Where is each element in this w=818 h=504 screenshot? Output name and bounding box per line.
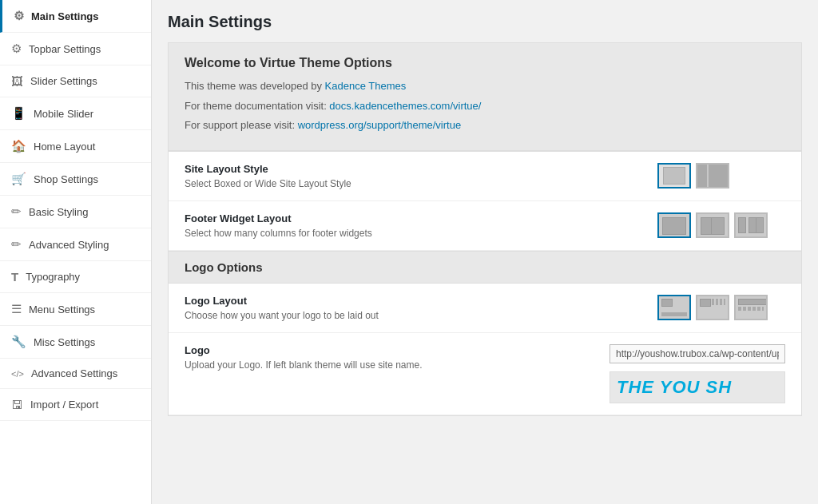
footer-widget-desc: Select how many columns for footer widge…	[185, 228, 641, 239]
typography-icon: T	[11, 270, 18, 284]
logo-upload-title: Logo	[185, 344, 594, 356]
sidebar-item-label: Main Settings	[31, 10, 99, 22]
sidebar-item-topbar-settings[interactable]: ⚙ Topbar Settings	[0, 33, 151, 65]
sidebar-item-label: Slider Settings	[30, 75, 97, 87]
sidebar: ⚙ Main Settings ⚙ Topbar Settings 🖼 Slid…	[0, 0, 152, 504]
support-link[interactable]: wordpress.org/support/theme/virtue	[298, 119, 461, 131]
sidebar-item-label: Basic Styling	[29, 206, 88, 218]
sidebar-item-shop-settings[interactable]: 🛒 Shop Settings	[0, 163, 151, 196]
site-layout-row: Site Layout Style Select Boxed or Wide S…	[169, 152, 801, 201]
code-icon: </>	[11, 369, 24, 379]
logo-layout-option-3[interactable]	[734, 295, 768, 320]
logo-url-input[interactable]	[610, 344, 785, 363]
welcome-line2: For theme documentation visit: docs.kade…	[185, 98, 785, 114]
footer-widget-label: Footer Widget Layout Select how many col…	[185, 212, 641, 239]
sidebar-item-label: Home Layout	[34, 141, 95, 153]
sidebar-item-advanced-styling[interactable]: ✏ Advanced Styling	[0, 228, 151, 261]
sidebar-item-label: Import / Export	[30, 399, 98, 411]
logo-layout-title: Logo Layout	[185, 295, 641, 307]
sidebar-item-slider-settings[interactable]: 🖼 Slider Settings	[0, 65, 151, 97]
site-layout-control	[657, 163, 785, 189]
welcome-heading: Welcome to Virtue Theme Options	[185, 56, 785, 70]
sidebar-item-advanced-settings[interactable]: </> Advanced Settings	[0, 359, 151, 389]
sidebar-item-import-export[interactable]: 🖫 Import / Export	[0, 389, 151, 421]
sidebar-item-label: Typography	[26, 271, 80, 283]
mobile-icon: 📱	[11, 106, 26, 121]
site-layout-label: Site Layout Style Select Boxed or Wide S…	[185, 163, 641, 189]
sidebar-item-label: Misc Settings	[34, 336, 95, 348]
welcome-line1: This theme was developed by Kadence Them…	[185, 78, 785, 94]
logo-preview: THE YOU SH	[610, 371, 785, 403]
sidebar-item-label: Menu Settings	[29, 304, 95, 315]
gear-icon: ⚙	[14, 9, 24, 23]
sidebar-item-typography[interactable]: T Typography	[0, 261, 151, 293]
sidebar-item-label: Topbar Settings	[29, 43, 101, 55]
save-icon: 🖫	[11, 398, 23, 411]
sidebar-item-label: Mobile Slider	[34, 108, 93, 120]
sidebar-item-label: Advanced Settings	[31, 367, 117, 379]
logo-upload-label: Logo Upload your Logo. If left blank the…	[185, 344, 594, 371]
layout-wide-option[interactable]	[696, 163, 729, 189]
site-layout-desc: Select Boxed or Wide Site Layout Style	[185, 178, 641, 189]
footer-1col-option[interactable]	[657, 212, 691, 238]
wrench-icon: 🔧	[11, 335, 26, 349]
kadence-themes-link[interactable]: Kadence Themes	[325, 80, 407, 92]
sidebar-item-mobile-slider[interactable]: 📱 Mobile Slider	[0, 97, 151, 130]
sidebar-item-label: Shop Settings	[34, 173, 98, 185]
footer-3col-option[interactable]	[734, 212, 768, 238]
logo-layout-option-2[interactable]	[696, 295, 729, 320]
pencil-icon: ✏	[11, 237, 22, 252]
footer-widget-row: Footer Widget Layout Select how many col…	[169, 201, 801, 251]
sidebar-item-main-settings[interactable]: ⚙ Main Settings	[0, 0, 151, 33]
footer-2col-option[interactable]	[696, 212, 729, 238]
logo-layout-control	[657, 295, 785, 320]
footer-widget-title: Footer Widget Layout	[185, 212, 641, 224]
welcome-banner: Welcome to Virtue Theme Options This the…	[168, 42, 802, 151]
home-icon: 🏠	[11, 139, 26, 153]
image-icon: 🖼	[11, 74, 23, 88]
sidebar-item-basic-styling[interactable]: ✏ Basic Styling	[0, 196, 151, 228]
sidebar-item-home-layout[interactable]: 🏠 Home Layout	[0, 130, 151, 163]
docs-link[interactable]: docs.kadencethemes.com/virtue/	[329, 100, 481, 112]
logo-layout-desc: Choose how you want your logo to be laid…	[185, 310, 641, 321]
cart-icon: 🛒	[11, 172, 26, 186]
logo-preview-text: THE YOU SH	[617, 377, 732, 398]
welcome-line3: For support please visit: wordpress.org/…	[185, 117, 785, 133]
logo-layout-option-1[interactable]	[657, 295, 691, 320]
site-layout-title: Site Layout Style	[185, 163, 641, 175]
footer-widget-control	[657, 212, 785, 238]
layout-boxed-option[interactable]	[657, 163, 691, 189]
sidebar-item-menu-settings[interactable]: ☰ Menu Settings	[0, 293, 151, 326]
menu-icon: ☰	[11, 302, 22, 316]
main-content: Main Settings Welcome to Virtue Theme Op…	[152, 0, 818, 504]
logo-options-heading: Logo Options	[185, 260, 785, 274]
logo-upload-desc: Upload your Logo. If left blank theme wi…	[185, 359, 594, 371]
settings-section: Site Layout Style Select Boxed or Wide S…	[168, 151, 802, 416]
logo-upload-row: Logo Upload your Logo. If left blank the…	[169, 333, 801, 415]
gear-icon: ⚙	[11, 42, 22, 56]
sidebar-item-misc-settings[interactable]: 🔧 Misc Settings	[0, 326, 151, 359]
logo-options-header: Logo Options	[169, 251, 801, 284]
page-title: Main Settings	[168, 13, 802, 31]
sidebar-item-label: Advanced Styling	[29, 239, 109, 251]
logo-layout-row: Logo Layout Choose how you want your log…	[169, 284, 801, 333]
logo-layout-label: Logo Layout Choose how you want your log…	[185, 295, 641, 321]
pencil-icon: ✏	[11, 204, 22, 219]
logo-input-col: THE YOU SH	[610, 344, 785, 403]
